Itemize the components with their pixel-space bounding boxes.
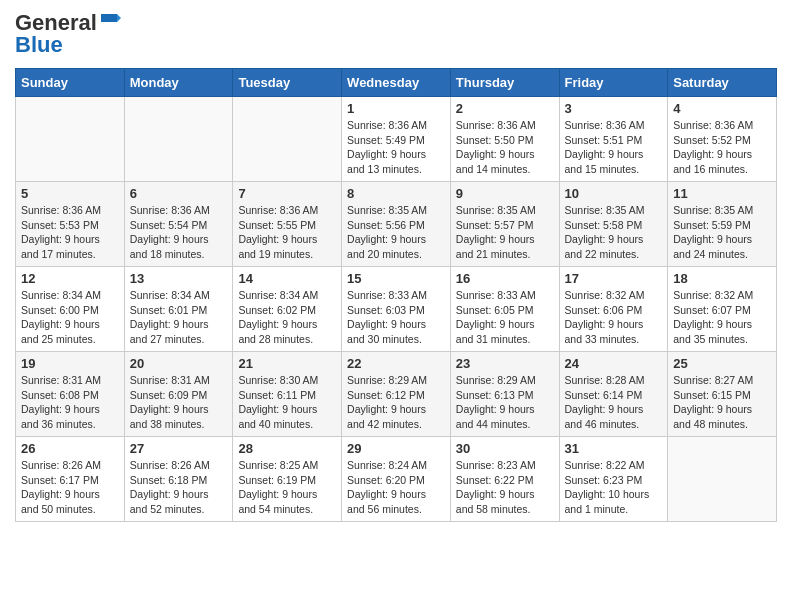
week-row-4: 19Sunrise: 8:31 AM Sunset: 6:08 PM Dayli… [16, 352, 777, 437]
calendar-cell: 24Sunrise: 8:28 AM Sunset: 6:14 PM Dayli… [559, 352, 668, 437]
day-info: Sunrise: 8:36 AM Sunset: 5:55 PM Dayligh… [238, 203, 336, 262]
calendar-cell [16, 97, 125, 182]
calendar-cell: 31Sunrise: 8:22 AM Sunset: 6:23 PM Dayli… [559, 437, 668, 522]
day-number: 28 [238, 441, 336, 456]
day-info: Sunrise: 8:34 AM Sunset: 6:00 PM Dayligh… [21, 288, 119, 347]
calendar-cell: 7Sunrise: 8:36 AM Sunset: 5:55 PM Daylig… [233, 182, 342, 267]
day-number: 26 [21, 441, 119, 456]
day-number: 31 [565, 441, 663, 456]
day-number: 19 [21, 356, 119, 371]
day-number: 5 [21, 186, 119, 201]
day-number: 6 [130, 186, 228, 201]
calendar-cell: 5Sunrise: 8:36 AM Sunset: 5:53 PM Daylig… [16, 182, 125, 267]
day-info: Sunrise: 8:22 AM Sunset: 6:23 PM Dayligh… [565, 458, 663, 517]
calendar-cell: 29Sunrise: 8:24 AM Sunset: 6:20 PM Dayli… [342, 437, 451, 522]
page-header: General Blue [15, 10, 777, 58]
day-info: Sunrise: 8:30 AM Sunset: 6:11 PM Dayligh… [238, 373, 336, 432]
day-number: 25 [673, 356, 771, 371]
day-info: Sunrise: 8:24 AM Sunset: 6:20 PM Dayligh… [347, 458, 445, 517]
weekday-header-monday: Monday [124, 69, 233, 97]
week-row-2: 5Sunrise: 8:36 AM Sunset: 5:53 PM Daylig… [16, 182, 777, 267]
calendar-cell: 15Sunrise: 8:33 AM Sunset: 6:03 PM Dayli… [342, 267, 451, 352]
day-number: 11 [673, 186, 771, 201]
day-info: Sunrise: 8:28 AM Sunset: 6:14 PM Dayligh… [565, 373, 663, 432]
day-info: Sunrise: 8:29 AM Sunset: 6:13 PM Dayligh… [456, 373, 554, 432]
day-info: Sunrise: 8:36 AM Sunset: 5:50 PM Dayligh… [456, 118, 554, 177]
weekday-header-sunday: Sunday [16, 69, 125, 97]
svg-marker-0 [101, 14, 117, 22]
calendar-cell: 30Sunrise: 8:23 AM Sunset: 6:22 PM Dayli… [450, 437, 559, 522]
calendar-cell: 23Sunrise: 8:29 AM Sunset: 6:13 PM Dayli… [450, 352, 559, 437]
week-row-1: 1Sunrise: 8:36 AM Sunset: 5:49 PM Daylig… [16, 97, 777, 182]
logo-blue: Blue [15, 32, 63, 58]
day-number: 12 [21, 271, 119, 286]
day-number: 17 [565, 271, 663, 286]
day-number: 16 [456, 271, 554, 286]
weekday-header-friday: Friday [559, 69, 668, 97]
calendar-cell [668, 437, 777, 522]
calendar-cell: 11Sunrise: 8:35 AM Sunset: 5:59 PM Dayli… [668, 182, 777, 267]
day-number: 29 [347, 441, 445, 456]
week-row-5: 26Sunrise: 8:26 AM Sunset: 6:17 PM Dayli… [16, 437, 777, 522]
day-info: Sunrise: 8:34 AM Sunset: 6:01 PM Dayligh… [130, 288, 228, 347]
calendar-page: General Blue SundayMondayTuesdayWednesda… [0, 0, 792, 612]
day-info: Sunrise: 8:25 AM Sunset: 6:19 PM Dayligh… [238, 458, 336, 517]
day-info: Sunrise: 8:36 AM Sunset: 5:52 PM Dayligh… [673, 118, 771, 177]
day-number: 1 [347, 101, 445, 116]
day-info: Sunrise: 8:35 AM Sunset: 5:56 PM Dayligh… [347, 203, 445, 262]
calendar-cell: 4Sunrise: 8:36 AM Sunset: 5:52 PM Daylig… [668, 97, 777, 182]
day-number: 27 [130, 441, 228, 456]
day-info: Sunrise: 8:23 AM Sunset: 6:22 PM Dayligh… [456, 458, 554, 517]
calendar-cell: 12Sunrise: 8:34 AM Sunset: 6:00 PM Dayli… [16, 267, 125, 352]
day-info: Sunrise: 8:27 AM Sunset: 6:15 PM Dayligh… [673, 373, 771, 432]
calendar-cell: 17Sunrise: 8:32 AM Sunset: 6:06 PM Dayli… [559, 267, 668, 352]
svg-marker-1 [117, 14, 121, 22]
day-info: Sunrise: 8:35 AM Sunset: 5:58 PM Dayligh… [565, 203, 663, 262]
day-info: Sunrise: 8:31 AM Sunset: 6:09 PM Dayligh… [130, 373, 228, 432]
day-info: Sunrise: 8:32 AM Sunset: 6:07 PM Dayligh… [673, 288, 771, 347]
week-row-3: 12Sunrise: 8:34 AM Sunset: 6:00 PM Dayli… [16, 267, 777, 352]
calendar-cell: 18Sunrise: 8:32 AM Sunset: 6:07 PM Dayli… [668, 267, 777, 352]
day-info: Sunrise: 8:29 AM Sunset: 6:12 PM Dayligh… [347, 373, 445, 432]
day-info: Sunrise: 8:26 AM Sunset: 6:17 PM Dayligh… [21, 458, 119, 517]
logo: General Blue [15, 10, 121, 58]
day-number: 23 [456, 356, 554, 371]
calendar-cell: 22Sunrise: 8:29 AM Sunset: 6:12 PM Dayli… [342, 352, 451, 437]
day-number: 21 [238, 356, 336, 371]
day-number: 2 [456, 101, 554, 116]
day-number: 18 [673, 271, 771, 286]
day-info: Sunrise: 8:35 AM Sunset: 5:59 PM Dayligh… [673, 203, 771, 262]
logo-flag-icon [99, 10, 121, 32]
weekday-header-wednesday: Wednesday [342, 69, 451, 97]
calendar-cell [124, 97, 233, 182]
day-number: 13 [130, 271, 228, 286]
calendar-table: SundayMondayTuesdayWednesdayThursdayFrid… [15, 68, 777, 522]
day-info: Sunrise: 8:32 AM Sunset: 6:06 PM Dayligh… [565, 288, 663, 347]
day-number: 7 [238, 186, 336, 201]
calendar-cell: 10Sunrise: 8:35 AM Sunset: 5:58 PM Dayli… [559, 182, 668, 267]
calendar-cell: 21Sunrise: 8:30 AM Sunset: 6:11 PM Dayli… [233, 352, 342, 437]
day-number: 4 [673, 101, 771, 116]
calendar-cell: 16Sunrise: 8:33 AM Sunset: 6:05 PM Dayli… [450, 267, 559, 352]
day-info: Sunrise: 8:36 AM Sunset: 5:54 PM Dayligh… [130, 203, 228, 262]
day-number: 22 [347, 356, 445, 371]
day-number: 10 [565, 186, 663, 201]
day-info: Sunrise: 8:36 AM Sunset: 5:51 PM Dayligh… [565, 118, 663, 177]
weekday-header-tuesday: Tuesday [233, 69, 342, 97]
calendar-cell: 26Sunrise: 8:26 AM Sunset: 6:17 PM Dayli… [16, 437, 125, 522]
weekday-header-thursday: Thursday [450, 69, 559, 97]
day-info: Sunrise: 8:26 AM Sunset: 6:18 PM Dayligh… [130, 458, 228, 517]
calendar-cell: 19Sunrise: 8:31 AM Sunset: 6:08 PM Dayli… [16, 352, 125, 437]
day-info: Sunrise: 8:35 AM Sunset: 5:57 PM Dayligh… [456, 203, 554, 262]
day-number: 3 [565, 101, 663, 116]
day-number: 8 [347, 186, 445, 201]
day-info: Sunrise: 8:33 AM Sunset: 6:05 PM Dayligh… [456, 288, 554, 347]
calendar-cell: 8Sunrise: 8:35 AM Sunset: 5:56 PM Daylig… [342, 182, 451, 267]
calendar-cell: 13Sunrise: 8:34 AM Sunset: 6:01 PM Dayli… [124, 267, 233, 352]
calendar-cell: 2Sunrise: 8:36 AM Sunset: 5:50 PM Daylig… [450, 97, 559, 182]
day-number: 20 [130, 356, 228, 371]
weekday-header-row: SundayMondayTuesdayWednesdayThursdayFrid… [16, 69, 777, 97]
calendar-cell: 27Sunrise: 8:26 AM Sunset: 6:18 PM Dayli… [124, 437, 233, 522]
day-number: 14 [238, 271, 336, 286]
calendar-cell: 1Sunrise: 8:36 AM Sunset: 5:49 PM Daylig… [342, 97, 451, 182]
